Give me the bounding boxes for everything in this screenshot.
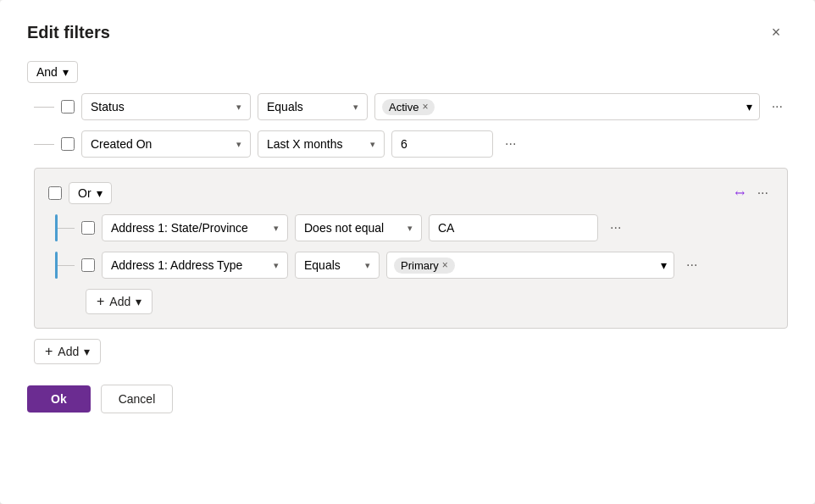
field-select-status[interactable]: Status ▾ xyxy=(81,93,251,120)
dialog-footer: Ok Cancel xyxy=(27,385,788,413)
value-tag-primary: Primary × xyxy=(394,258,455,274)
or-group-header-left: Or ▾ xyxy=(48,182,112,204)
field-select-createdon[interactable]: Created On ▾ xyxy=(81,130,251,158)
or-group-add-container: + Add ▾ xyxy=(48,289,773,314)
operator-chevron-addresstype-icon: ▾ xyxy=(365,260,370,271)
operator-label-state: Does not equal xyxy=(304,221,384,235)
value-tag-close-primary[interactable]: × xyxy=(442,259,448,271)
value-field-status: Active × ▾ xyxy=(374,93,760,120)
row-checkbox-status[interactable] xyxy=(61,100,75,114)
or-add-label: Add xyxy=(109,295,130,308)
more-options-or-group[interactable]: ··· xyxy=(752,182,773,204)
operator-select-state[interactable]: Does not equal ▾ xyxy=(295,214,422,241)
more-options-addresstype[interactable]: ··· xyxy=(681,254,702,276)
value-input-state[interactable] xyxy=(429,214,598,241)
field-label-addresstype: Address 1: Address Type xyxy=(111,258,242,272)
operator-label-createdon: Last X months xyxy=(267,137,343,151)
field-select-state[interactable]: Address 1: State/Province ▾ xyxy=(102,214,288,241)
value-field-addresstype: Primary × ▾ xyxy=(386,252,674,279)
value-input-createdon[interactable] xyxy=(391,130,493,158)
inner-h-line-1 xyxy=(58,228,75,229)
main-add-chevron-icon: ▾ xyxy=(84,345,90,358)
close-button[interactable]: × xyxy=(764,20,788,44)
filter-row-createdon: Created On ▾ Last X months ▾ ··· xyxy=(27,130,788,158)
h-line-2 xyxy=(34,144,54,145)
field-label-state: Address 1: State/Province xyxy=(111,221,248,235)
value-tag-close-active[interactable]: × xyxy=(422,101,428,113)
inner-row-connector-1 xyxy=(55,214,75,241)
inner-h-line-2 xyxy=(58,265,75,266)
dialog-title: Edit filters xyxy=(27,23,110,42)
main-add-button[interactable]: + Add ▾ xyxy=(34,339,101,364)
value-field-chevron-status-icon: ▾ xyxy=(746,100,752,114)
inner-filter-row-addresstype: Address 1: Address Type ▾ Equals ▾ Prima… xyxy=(48,252,773,279)
value-tag-text-active: Active xyxy=(389,101,419,114)
more-options-status[interactable]: ··· xyxy=(767,96,788,118)
row-connector-2 xyxy=(34,144,54,145)
field-chevron-state-icon: ▾ xyxy=(274,223,279,234)
operator-select-status[interactable]: Equals ▾ xyxy=(258,93,368,120)
and-dropdown[interactable]: And ▾ xyxy=(27,61,78,83)
field-chevron-status-icon: ▾ xyxy=(236,102,241,113)
field-chevron-createdon-icon: ▾ xyxy=(236,139,241,150)
main-add-label: Add xyxy=(58,345,79,358)
operator-label-addresstype: Equals xyxy=(304,258,341,272)
operator-chevron-createdon-icon: ▾ xyxy=(370,139,375,150)
value-tag-active: Active × xyxy=(382,99,435,115)
filter-row-status: Status ▾ Equals ▾ Active × ▾ ··· xyxy=(27,93,788,120)
main-add-container: + Add ▾ xyxy=(27,339,788,364)
row-checkbox-createdon[interactable] xyxy=(61,137,75,151)
inner-filter-row-state: Address 1: State/Province ▾ Does not equ… xyxy=(48,214,773,241)
field-label-createdon: Created On xyxy=(91,137,152,151)
operator-select-createdon[interactable]: Last X months ▾ xyxy=(258,130,385,158)
value-field-chevron-addresstype-icon: ▾ xyxy=(661,258,667,272)
or-group-header-right: ⤢ ··· xyxy=(735,182,773,204)
operator-label-status: Equals xyxy=(267,100,303,114)
cancel-button[interactable]: Cancel xyxy=(101,385,174,413)
edit-filters-dialog: Edit filters × And ▾ Status ▾ Equals ▾ A… xyxy=(0,0,815,504)
field-label-status: Status xyxy=(91,100,125,114)
dialog-header: Edit filters × xyxy=(27,20,788,44)
operator-chevron-state-icon: ▾ xyxy=(408,223,413,234)
or-group-checkbox[interactable] xyxy=(48,186,62,200)
and-label: And xyxy=(36,65,58,79)
or-group-container: Or ▾ ⤢ ··· Address 1: State/Province xyxy=(27,168,788,329)
row-connector-1 xyxy=(34,107,54,108)
main-add-plus-icon: + xyxy=(45,344,53,359)
value-tag-text-primary: Primary xyxy=(401,259,439,272)
field-select-addresstype[interactable]: Address 1: Address Type ▾ xyxy=(102,252,288,279)
or-group-add-button[interactable]: + Add ▾ xyxy=(86,289,152,314)
and-chevron-icon: ▾ xyxy=(63,65,69,79)
or-dropdown[interactable]: Or ▾ xyxy=(69,182,112,204)
operator-select-addresstype[interactable]: Equals ▾ xyxy=(295,252,380,279)
ok-button[interactable]: Ok xyxy=(27,385,91,413)
operator-chevron-status-icon: ▾ xyxy=(353,102,358,113)
or-add-plus-icon: + xyxy=(97,294,104,309)
inner-checkbox-addresstype[interactable] xyxy=(81,258,95,272)
more-options-state[interactable]: ··· xyxy=(605,217,626,239)
inner-checkbox-state[interactable] xyxy=(81,221,95,235)
or-label: Or xyxy=(78,186,91,200)
collapse-icon[interactable]: ⤢ xyxy=(732,185,749,202)
more-options-createdon[interactable]: ··· xyxy=(500,133,521,155)
h-line-1 xyxy=(34,107,54,108)
or-chevron-icon: ▾ xyxy=(97,186,103,200)
or-group: Or ▾ ⤢ ··· Address 1: State/Province xyxy=(34,168,788,329)
inner-row-connector-2 xyxy=(55,252,75,279)
or-add-chevron-icon: ▾ xyxy=(136,295,141,308)
or-group-header: Or ▾ ⤢ ··· xyxy=(48,182,773,204)
field-chevron-addresstype-icon: ▾ xyxy=(274,260,279,271)
